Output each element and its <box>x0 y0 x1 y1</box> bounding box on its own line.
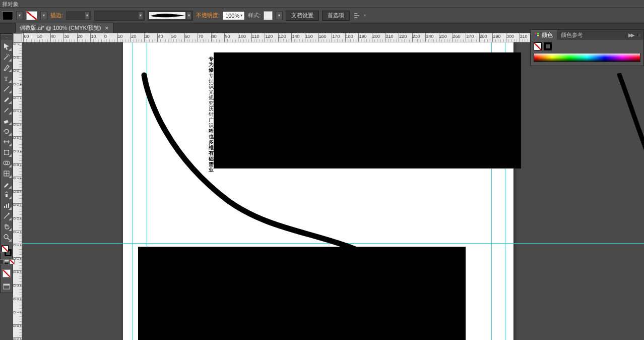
zoom-tool[interactable] <box>1 232 12 242</box>
style-menu[interactable]: ▾ <box>276 11 283 20</box>
svg-point-5 <box>8 150 9 151</box>
stroke-weight-field[interactable]: ▾ <box>66 11 91 20</box>
paintbrush-tool[interactable] <box>1 94 12 104</box>
svg-rect-20 <box>535 35 537 36</box>
screen-mode-normal[interactable] <box>1 268 12 278</box>
brush-combo[interactable]: ▾ <box>148 11 193 21</box>
document-setup-button[interactable]: 文档设置 <box>286 11 319 21</box>
stroke-weight-input[interactable] <box>67 13 85 19</box>
panel-stroke-swatch[interactable] <box>544 42 552 50</box>
color-panel: 颜色 颜色参考 ▶▶ ≡ <box>530 29 644 66</box>
tab-color-guide-label: 颜色参考 <box>561 31 583 39</box>
svg-rect-17 <box>4 284 10 286</box>
stroke-swatch-menu[interactable]: ▾ <box>40 11 47 20</box>
tab-color-label: 颜色 <box>542 31 553 39</box>
free-transform-tool[interactable] <box>1 147 12 157</box>
svg-point-4 <box>4 150 5 151</box>
stroke-profile-combo[interactable]: ▾ <box>94 11 145 21</box>
document-tab[interactable]: 偶数版.ai* @ 100% (CMYK/预览) × <box>15 23 113 33</box>
svg-rect-12 <box>4 206 5 208</box>
black-rect-2 <box>138 247 466 340</box>
offscreen-stroke <box>563 73 644 204</box>
panel-fill-swatch[interactable] <box>534 42 542 50</box>
panel-tab-bar: 颜色 颜色参考 ▶▶ ≡ <box>531 30 643 40</box>
tab-color-guide[interactable]: 颜色参考 <box>557 30 587 40</box>
control-bar: ▾ ▾ 描边: ▾ ▾ ▾ 不透明度: 100% ▾ 样式: ▾ 文档设置 首选… <box>0 8 644 23</box>
slice-tool[interactable] <box>1 211 12 221</box>
opacity-label: 不透明度: <box>196 12 220 19</box>
hand-tool[interactable] <box>1 221 12 232</box>
toolbox: ·· T <box>0 33 13 293</box>
eyedropper-tool[interactable] <box>1 179 12 189</box>
svg-point-15 <box>4 235 8 239</box>
stroke-none-swatch[interactable] <box>26 11 37 20</box>
svg-rect-18 <box>535 33 537 34</box>
brush-menu[interactable]: ▾ <box>186 12 191 20</box>
svg-rect-21 <box>537 35 539 36</box>
svg-rect-13 <box>6 204 7 208</box>
control-bar-overflow[interactable]: ▾ <box>364 13 366 18</box>
stroke-label: 描边: <box>50 12 63 19</box>
color-spectrum[interactable] <box>534 53 640 62</box>
svg-point-6 <box>4 154 5 155</box>
svg-rect-19 <box>537 33 539 34</box>
work-area: 6050403020100102030405060708090100110120… <box>13 33 644 340</box>
brush-stroke-curve <box>138 70 400 252</box>
panel-collapse-icon[interactable]: ▶▶ <box>626 32 635 38</box>
color-mode-none[interactable] <box>10 259 15 264</box>
tab-color[interactable]: 颜色 <box>531 30 557 40</box>
close-icon[interactable]: × <box>105 25 109 32</box>
symbol-sprayer-tool[interactable] <box>1 190 12 200</box>
fill-indicator[interactable] <box>2 245 9 252</box>
menu-object[interactable]: 择对象 <box>2 1 19 7</box>
column-graph-tool[interactable] <box>1 200 12 210</box>
fill-swatch[interactable] <box>2 11 13 20</box>
opacity-value: 100% <box>225 13 239 19</box>
width-tool[interactable] <box>1 137 12 147</box>
align-icon[interactable] <box>353 12 361 20</box>
pencil-tool[interactable] <box>1 105 12 115</box>
eraser-tool[interactable] <box>1 116 12 126</box>
line-tool[interactable] <box>1 84 12 94</box>
fill-swatch-menu[interactable]: ▾ <box>16 11 23 20</box>
panel-menu-icon[interactable]: ≡ <box>635 31 643 39</box>
svg-point-0 <box>4 70 5 71</box>
canvas[interactable]: 专为修专识识光规究历针广识程也多维有础需业 <box>22 42 644 340</box>
svg-rect-11 <box>6 194 8 197</box>
svg-rect-2 <box>4 120 9 124</box>
guide-vertical[interactable] <box>133 42 133 340</box>
gradient-mesh-tool[interactable] <box>1 168 12 179</box>
svg-text:T: T <box>4 75 8 82</box>
color-mode-gradient[interactable] <box>4 259 9 264</box>
color-mode-row <box>0 259 15 264</box>
svg-rect-3 <box>5 150 9 154</box>
document-tab-title: 偶数版.ai* @ 100% (CMYK/预览) <box>20 24 101 32</box>
toolbox-grip[interactable]: ·· <box>1 35 12 40</box>
color-mode-solid[interactable] <box>0 259 4 264</box>
ruler-vertical[interactable]: 7080901001101201301401501601701801902002… <box>13 42 22 340</box>
black-rect-1b <box>491 52 521 168</box>
shape-builder-tool[interactable] <box>1 158 12 168</box>
magic-wand-tool[interactable] <box>1 52 12 62</box>
color-tab-icon <box>535 32 540 37</box>
type-tool[interactable]: T <box>1 73 12 83</box>
style-swatch[interactable] <box>264 11 273 20</box>
screen-mode-toggle[interactable] <box>1 281 12 292</box>
brush-preview <box>149 12 185 19</box>
pen-tool[interactable] <box>1 63 12 73</box>
ruler-origin[interactable] <box>13 33 22 42</box>
selection-tool[interactable] <box>1 41 12 51</box>
style-label: 样式: <box>248 12 261 19</box>
opacity-field[interactable]: 100% ▾ <box>223 11 245 20</box>
rotate-tool[interactable] <box>1 126 12 136</box>
preferences-button[interactable]: 首选项 <box>322 11 350 21</box>
stroke-weight-menu[interactable]: ▾ <box>85 12 90 20</box>
fill-stroke-indicator[interactable] <box>1 245 12 257</box>
stroke-profile-menu[interactable]: ▾ <box>138 12 143 20</box>
